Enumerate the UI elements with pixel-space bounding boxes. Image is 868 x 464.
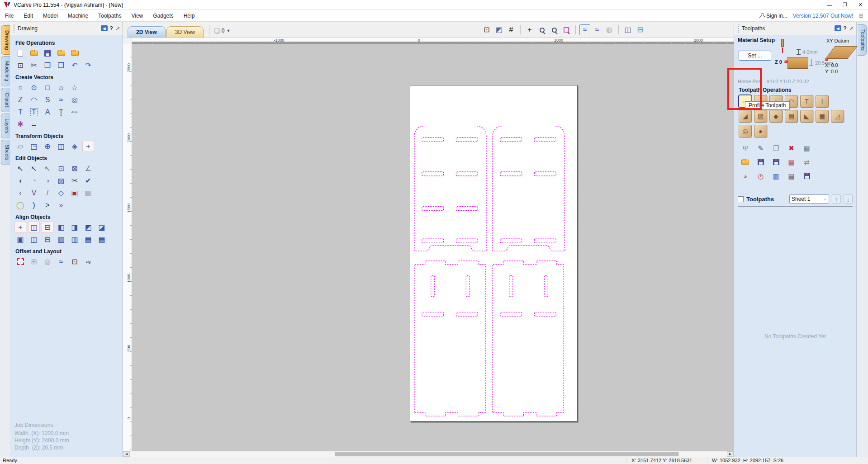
- center-h-material-icon[interactable]: ◫: [28, 234, 40, 245]
- reshape-icon[interactable]: ◇: [55, 187, 67, 199]
- menu-help[interactable]: Help: [179, 13, 200, 19]
- extend-vectors-icon[interactable]: ‹: [14, 187, 26, 199]
- draw-ellipse-icon[interactable]: ⊙: [28, 82, 40, 93]
- side-tab-sheets[interactable]: Sheets: [1, 140, 10, 165]
- dimension-icon[interactable]: ↔: [28, 118, 40, 130]
- move-down-button[interactable]: ↓: [844, 194, 853, 204]
- keep-overlap-icon[interactable]: ◑: [42, 175, 53, 186]
- vcarve-toolpath-icon[interactable]: T: [800, 95, 813, 108]
- draw-rectangle-icon[interactable]: □: [42, 82, 53, 93]
- window-layout-icon[interactable]: ⊞: [859, 12, 863, 19]
- move-selection-icon[interactable]: ▱: [14, 141, 26, 152]
- help-icon[interactable]: ?: [844, 25, 847, 32]
- toolpath-tiling-icon[interactable]: ▥: [769, 170, 783, 182]
- restore-button[interactable]: ❐: [837, 0, 853, 9]
- node-edit-icon[interactable]: ↖: [28, 163, 40, 174]
- create-job-sheet-icon[interactable]: ▤: [785, 170, 798, 182]
- side-tab-layers[interactable]: Layers: [1, 114, 10, 138]
- round-corners-icon[interactable]: ◯: [14, 199, 26, 211]
- open-file-icon[interactable]: [28, 47, 40, 59]
- open-toolpath-template-icon[interactable]: [739, 156, 752, 168]
- zoom-in-icon[interactable]: [536, 24, 547, 35]
- scrollbar-thumb[interactable]: [335, 452, 678, 456]
- draw-circle-icon[interactable]: ○: [14, 82, 26, 93]
- help-icon[interactable]: ?: [110, 25, 113, 32]
- export-vectors-icon[interactable]: [69, 47, 81, 59]
- quick-align-icon[interactable]: +: [82, 141, 94, 152]
- sign-in-link[interactable]: Sign in...: [759, 13, 787, 19]
- zoom-box-icon[interactable]: [549, 24, 560, 35]
- subtract-vectors-icon[interactable]: ◔: [28, 175, 40, 186]
- pin-icon[interactable]: ⊸: [847, 24, 855, 32]
- set-size-icon[interactable]: ◳: [28, 141, 40, 152]
- align-bottom-icon[interactable]: ◪: [96, 222, 108, 233]
- offset-vectors-icon[interactable]: [14, 256, 26, 267]
- 3d-finishing-toolpath-icon[interactable]: ●: [754, 125, 767, 137]
- version-update-link[interactable]: Version 12.507 Out Now!: [793, 13, 853, 19]
- minimize-button[interactable]: —: [822, 0, 837, 9]
- text-on-curve-icon[interactable]: Ţ: [55, 106, 67, 118]
- menu-view[interactable]: View: [126, 13, 148, 19]
- tile-views-v-icon[interactable]: ⊟: [635, 24, 645, 35]
- menu-model[interactable]: Model: [38, 13, 63, 19]
- join-curve-icon[interactable]: »: [55, 199, 67, 211]
- inlay-toolpath-icon[interactable]: I: [816, 95, 829, 108]
- join-move-icon[interactable]: ): [28, 199, 40, 211]
- distort-icon[interactable]: ◈: [69, 141, 81, 152]
- hatch-fill-icon[interactable]: ▨: [55, 175, 67, 186]
- toolpaths-visibility-checkbox[interactable]: [738, 196, 744, 202]
- move-up-button[interactable]: ↑: [832, 194, 841, 204]
- drag-grip-icon[interactable]: [738, 24, 739, 33]
- space-above-icon[interactable]: ▤: [82, 234, 94, 245]
- array-copy-icon[interactable]: ⊞: [28, 256, 40, 267]
- align-center-icon[interactable]: +: [14, 222, 26, 233]
- save-toolpath-template-icon[interactable]: [754, 156, 767, 168]
- align-center-h-icon[interactable]: ◫: [28, 222, 40, 233]
- dock-arrow-icon[interactable]: ◀: [101, 25, 108, 31]
- duplicate-toolpath-icon[interactable]: ❐: [769, 142, 783, 154]
- scroll-left-icon[interactable]: ◀: [123, 451, 130, 457]
- vector-trim-icon[interactable]: ✂: [69, 175, 81, 186]
- laser-picture-toolpath-icon[interactable]: ▦: [816, 110, 829, 123]
- merge-toolpaths-icon[interactable]: ▦: [785, 156, 798, 168]
- undo-icon[interactable]: ↶: [69, 60, 81, 71]
- edit-text-spacing-icon[interactable]: A: [42, 106, 53, 118]
- circular-copy-icon[interactable]: ◎: [42, 256, 53, 267]
- align-right-icon[interactable]: ◨: [69, 222, 81, 233]
- menu-gadgets[interactable]: Gadgets: [148, 13, 178, 19]
- prism-carve-toolpath-icon[interactable]: ◆: [769, 110, 783, 123]
- paste-icon[interactable]: ❒: [55, 60, 67, 71]
- material-sheet[interactable]: [410, 85, 578, 421]
- toolpaths-list[interactable]: No Toolpaths Created Yet: [738, 207, 853, 460]
- cut-vectors[interactable]: [410, 85, 577, 420]
- job-setup-icon[interactable]: ⊡: [14, 60, 26, 71]
- draw-polygon-icon[interactable]: ⌂: [55, 82, 67, 93]
- tool-database-icon[interactable]: Ψ: [739, 142, 752, 154]
- drawing-canvas[interactable]: 25002000150010005000: [123, 44, 734, 451]
- sheet-select[interactable]: Sheet 1⌄: [789, 194, 829, 204]
- edit-picture-icon[interactable]: ▣: [69, 187, 81, 199]
- interactive-transform-icon[interactable]: ↖: [42, 163, 53, 174]
- smooth-join-icon[interactable]: ✔: [82, 175, 94, 186]
- select-icon[interactable]: ↖: [14, 163, 26, 174]
- menu-file[interactable]: File: [0, 13, 19, 19]
- grid-toggle-icon[interactable]: #: [506, 24, 517, 35]
- preview-toolpaths-icon[interactable]: ◕: [739, 170, 752, 182]
- side-tab-drawing[interactable]: Drawing: [1, 25, 10, 55]
- new-file-icon[interactable]: [14, 47, 26, 59]
- menu-machine[interactable]: Machine: [63, 13, 93, 19]
- draw-star-icon[interactable]: ☆: [69, 82, 81, 93]
- group-icon[interactable]: ⊡: [55, 163, 67, 174]
- dock-arrow-icon[interactable]: ◀: [835, 25, 841, 31]
- true-shape-nesting-icon[interactable]: zig: [82, 256, 94, 267]
- 3d-roughing-toolpath-icon[interactable]: ◎: [739, 125, 752, 137]
- trace-bitmap-icon[interactable]: ✱: [14, 118, 26, 130]
- join-line-icon[interactable]: >: [42, 199, 53, 211]
- copy-icon[interactable]: ❐: [42, 60, 53, 71]
- pin-icon[interactable]: ⊸: [114, 24, 121, 32]
- close-button[interactable]: ✕: [853, 0, 868, 9]
- tab-3d-view[interactable]: 3D View: [166, 26, 204, 38]
- rotary-view-icon[interactable]: ◍: [604, 24, 615, 35]
- redo-icon[interactable]: ↷: [82, 60, 94, 71]
- save-all-templates-icon[interactable]: [769, 156, 783, 168]
